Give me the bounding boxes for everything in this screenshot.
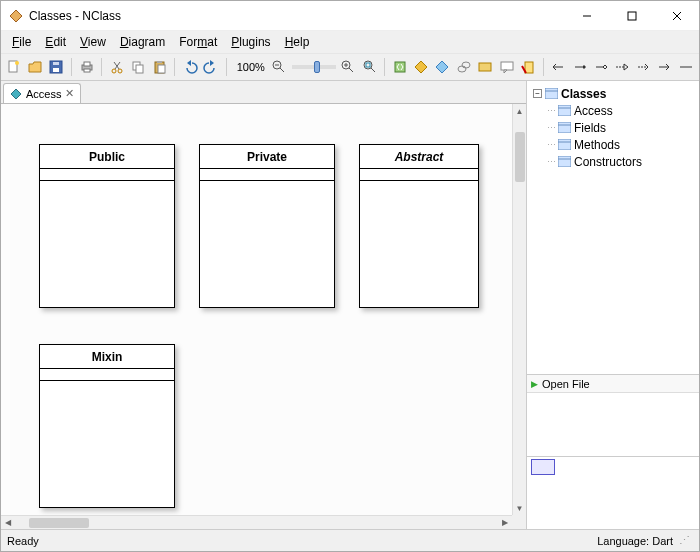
menu-plugins[interactable]: Plugins (224, 33, 277, 51)
collapse-icon[interactable]: − (533, 89, 542, 98)
class-box-private[interactable]: Private (199, 144, 335, 308)
new-interface-icon[interactable] (434, 57, 451, 77)
minimize-button[interactable] (564, 1, 609, 31)
delete-icon[interactable] (519, 57, 536, 77)
aggregation-icon[interactable] (592, 57, 609, 77)
tree-item-label: Constructors (574, 155, 642, 169)
horizontal-scrollbar[interactable]: ◀ ▶ (1, 515, 512, 529)
svg-point-13 (112, 69, 116, 73)
zoom-in-icon[interactable] (340, 57, 357, 77)
scroll-thumb[interactable] (29, 518, 89, 528)
tab-close-icon[interactable]: ✕ (65, 87, 74, 100)
zoom-slider[interactable] (292, 65, 335, 69)
svg-marker-36 (436, 61, 448, 73)
svg-marker-49 (624, 64, 628, 70)
menu-diagram[interactable]: Diagram (113, 33, 172, 51)
project-tree[interactable]: − Classes ⋯ Access ⋯ Fields ⋯ Me (527, 81, 699, 375)
scroll-thumb[interactable] (515, 132, 525, 182)
class-box-public[interactable]: Public (39, 144, 175, 308)
svg-rect-39 (479, 63, 491, 71)
class-fields-section (40, 369, 174, 381)
class-name: Public (40, 145, 174, 169)
new-class-icon[interactable] (391, 57, 408, 77)
svg-rect-2 (628, 12, 636, 20)
resize-grip-icon[interactable]: ⋰ (679, 534, 693, 547)
toolbar-separator (543, 58, 544, 76)
class-name: Private (200, 145, 334, 169)
tree-item-fields[interactable]: ⋯ Fields (533, 119, 693, 136)
generalization-icon[interactable] (614, 57, 631, 77)
diagram-icon (10, 88, 22, 100)
scroll-down-icon[interactable]: ▼ (513, 501, 527, 515)
close-button[interactable] (654, 1, 699, 31)
nesting-icon[interactable] (678, 57, 695, 77)
maximize-button[interactable] (609, 1, 654, 31)
redo-icon[interactable] (203, 57, 220, 77)
svg-marker-22 (187, 60, 191, 66)
toolbar-separator (174, 58, 175, 76)
menu-format[interactable]: Format (172, 33, 224, 51)
open-file-title: Open File (542, 378, 590, 390)
class-box-mixin[interactable]: Mixin (39, 344, 175, 508)
menu-edit[interactable]: Edit (38, 33, 73, 51)
zoom-out-icon[interactable] (271, 57, 288, 77)
copy-icon[interactable] (130, 57, 147, 77)
minimap-viewport[interactable] (531, 459, 555, 475)
toolbar-separator (71, 58, 72, 76)
svg-rect-33 (366, 63, 370, 67)
app-icon (9, 9, 23, 23)
cut-icon[interactable] (108, 57, 125, 77)
tree-item-label: Access (574, 104, 613, 118)
app-window: Classes - NClass File Edit View Diagram … (0, 0, 700, 552)
class-fields-section (200, 169, 334, 181)
tree-item-methods[interactable]: ⋯ Methods (533, 136, 693, 153)
statusbar: Ready Language: Dart ⋰ (1, 529, 699, 551)
new-file-icon[interactable] (5, 57, 22, 77)
class-box-abstract[interactable]: Abstract (359, 144, 479, 308)
svg-rect-54 (545, 88, 558, 99)
realization-icon[interactable] (656, 57, 673, 77)
scroll-right-icon[interactable]: ▶ (498, 516, 512, 530)
dependency-icon[interactable] (635, 57, 652, 77)
save-icon[interactable] (48, 57, 65, 77)
svg-rect-58 (558, 122, 571, 133)
zoom-level[interactable]: 100% (233, 61, 267, 73)
open-folder-icon[interactable] (26, 57, 43, 77)
undo-icon[interactable] (181, 57, 198, 77)
tree-connector: ⋯ (547, 157, 555, 167)
scroll-up-icon[interactable]: ▲ (513, 104, 527, 118)
svg-point-6 (15, 61, 19, 65)
paste-icon[interactable] (151, 57, 168, 77)
menu-file[interactable]: File (5, 33, 38, 51)
tree-connector: ⋯ (547, 140, 555, 150)
print-icon[interactable] (78, 57, 95, 77)
tree-item-constructors[interactable]: ⋯ Constructors (533, 153, 693, 170)
tree-item-access[interactable]: ⋯ Access (533, 102, 693, 119)
composition-icon[interactable] (571, 57, 588, 77)
auto-zoom-icon[interactable] (361, 57, 378, 77)
tree-root[interactable]: − Classes (533, 85, 693, 102)
vertical-scrollbar[interactable]: ▲ ▼ (512, 104, 526, 515)
scroll-left-icon[interactable]: ◀ (1, 516, 15, 530)
minimap-panel[interactable] (527, 457, 699, 529)
svg-marker-23 (210, 60, 214, 66)
open-file-header[interactable]: ▶ Open File (527, 375, 699, 393)
svg-marker-45 (582, 65, 586, 69)
svg-point-31 (364, 61, 372, 69)
new-struct-icon[interactable] (412, 57, 429, 77)
diagram-canvas[interactable]: Public Private Abstract Mixin (1, 104, 512, 515)
document-tab-access[interactable]: Access ✕ (3, 83, 81, 103)
menu-help[interactable]: Help (278, 33, 317, 51)
class-name: Abstract (360, 145, 478, 169)
new-enum-icon[interactable] (455, 57, 472, 77)
tree-connector: ⋯ (547, 123, 555, 133)
new-comment-icon[interactable] (498, 57, 515, 77)
association-icon[interactable] (549, 57, 566, 77)
menu-view[interactable]: View (73, 33, 113, 51)
diagram-item-icon (558, 139, 571, 150)
new-delegate-icon[interactable] (477, 57, 494, 77)
svg-line-15 (115, 62, 120, 69)
svg-marker-47 (603, 65, 607, 69)
svg-point-14 (118, 69, 122, 73)
svg-rect-11 (84, 62, 90, 66)
